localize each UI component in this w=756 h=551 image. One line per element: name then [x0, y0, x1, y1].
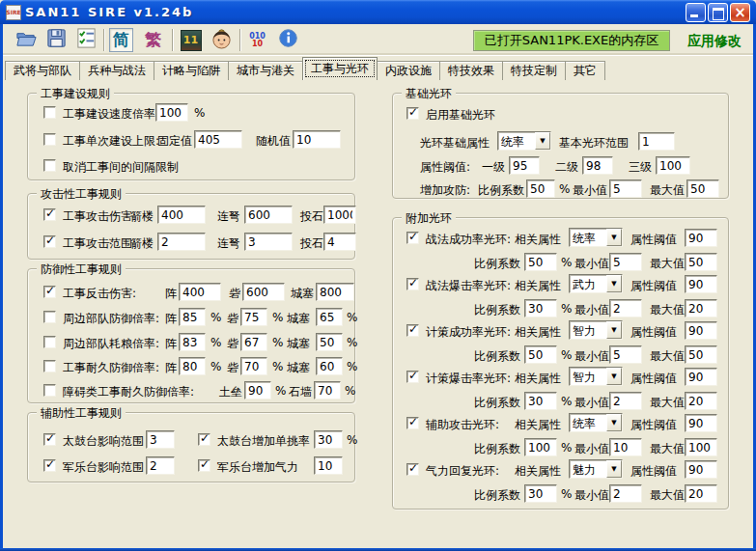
base-ratio-input[interactable]	[526, 179, 555, 198]
tier3-input[interactable]	[656, 156, 690, 175]
citadel-defense-input[interactable]	[316, 308, 343, 326]
aura-checkbox[interactable]	[406, 417, 419, 429]
tab-schemes-traps[interactable]: 计略与陷阱	[154, 61, 229, 80]
aura-checkbox[interactable]	[406, 463, 419, 476]
tier1-input[interactable]	[509, 156, 540, 175]
aura-ratio-input[interactable]	[524, 438, 557, 456]
tab-others[interactable]: 其它	[566, 61, 605, 80]
aura-attr-dropdown[interactable]: 智力	[569, 320, 623, 340]
base-max-input[interactable]	[686, 179, 719, 198]
tab-officers-troops[interactable]: 武将与部队	[5, 61, 80, 80]
camp-durability-input[interactable]	[179, 357, 206, 375]
fort-food-input[interactable]	[240, 333, 267, 351]
stone-wall-input[interactable]	[314, 381, 341, 399]
obstacle-durability-checkbox[interactable]	[43, 384, 56, 397]
aura-attr-dropdown[interactable]: 魅力	[569, 459, 623, 479]
tab-skill-effects[interactable]: 特技效果	[440, 61, 503, 80]
maximize-button[interactable]	[708, 3, 728, 22]
close-button[interactable]	[730, 3, 750, 22]
attack-range-checkbox[interactable]	[43, 235, 56, 248]
camp-counter-input[interactable]	[179, 283, 221, 301]
base-min-input[interactable]	[609, 179, 642, 198]
apply-changes-button[interactable]: 应用修改	[687, 33, 742, 50]
aura-checkbox[interactable]	[406, 232, 419, 244]
about-button[interactable]	[276, 28, 300, 52]
simplified-chinese-button[interactable]: 简	[109, 28, 133, 52]
aura-ratio-input[interactable]	[524, 253, 557, 271]
arrow-tower-damage-input[interactable]	[157, 206, 206, 224]
catapult-damage-input[interactable]	[323, 206, 356, 224]
fort-counter-input[interactable]	[242, 283, 285, 301]
base-range-input[interactable]	[638, 132, 675, 151]
catapult-range-input[interactable]	[323, 233, 356, 251]
drum-duel-input[interactable]	[314, 430, 343, 449]
fort-durability-input[interactable]	[240, 357, 267, 375]
aura-checkbox[interactable]	[406, 371, 419, 383]
aura-ratio-input[interactable]	[524, 299, 557, 317]
counter-damage-checkbox[interactable]	[43, 286, 56, 298]
band-range-input[interactable]	[146, 456, 175, 475]
aura-threshold-input[interactable]	[685, 460, 717, 479]
construction-speed-input[interactable]	[155, 103, 188, 122]
aura-min-input[interactable]	[609, 345, 642, 364]
options-button[interactable]	[74, 28, 98, 52]
citadel-food-input[interactable]	[316, 333, 343, 351]
tab-structures-auras[interactable]: 工事与光环	[302, 57, 378, 80]
durability-defense-checkbox[interactable]	[43, 360, 56, 372]
aura-min-input[interactable]	[609, 438, 642, 456]
aura-min-input[interactable]	[609, 484, 642, 503]
aura-attr-dropdown[interactable]: 统率	[569, 413, 623, 432]
traditional-chinese-button[interactable]: 繁	[141, 28, 165, 52]
aura-threshold-input[interactable]	[685, 414, 717, 432]
enable-base-aura-checkbox[interactable]	[406, 107, 419, 120]
cancel-spacing-checkbox[interactable]	[43, 159, 56, 172]
construction-speed-checkbox[interactable]	[43, 106, 56, 119]
save-button[interactable]	[44, 28, 69, 52]
crossbow-range-input[interactable]	[244, 233, 293, 251]
camp-food-input[interactable]	[179, 333, 206, 351]
character-button[interactable]	[210, 28, 234, 52]
aura-attr-dropdown[interactable]: 武力	[569, 274, 623, 293]
band-will-checkbox[interactable]	[198, 459, 210, 472]
fort-defense-input[interactable]	[240, 308, 267, 326]
random-value-input[interactable]	[293, 130, 341, 149]
aura-max-input[interactable]	[685, 392, 717, 410]
binary-edit-button[interactable]: 01010	[245, 28, 269, 52]
aura-threshold-input[interactable]	[685, 275, 717, 293]
aura-max-input[interactable]	[685, 438, 717, 456]
minimize-button[interactable]	[686, 3, 706, 22]
tier2-input[interactable]	[582, 156, 613, 175]
aura-threshold-input[interactable]	[685, 321, 717, 340]
band-range-checkbox[interactable]	[43, 459, 56, 472]
citadel-durability-input[interactable]	[316, 357, 343, 375]
tab-domestic-facilities[interactable]: 内政设施	[378, 61, 440, 80]
tab-cities-ports[interactable]: 城市与港关	[229, 61, 303, 80]
aura-threshold-input[interactable]	[685, 368, 717, 386]
aura-min-input[interactable]	[609, 299, 642, 317]
drum-duel-checkbox[interactable]	[198, 433, 210, 446]
nearby-defense-checkbox[interactable]	[43, 311, 56, 323]
aura-checkbox[interactable]	[406, 324, 419, 337]
build-limit-checkbox[interactable]	[43, 133, 56, 146]
tab-skill-custom[interactable]: 特技定制	[503, 61, 566, 80]
band-will-input[interactable]	[314, 456, 343, 475]
game-button[interactable]: 11	[179, 28, 203, 52]
aura-min-input[interactable]	[609, 253, 642, 271]
aura-threshold-input[interactable]	[685, 229, 717, 247]
crossbow-damage-input[interactable]	[244, 206, 293, 224]
aura-min-input[interactable]	[609, 392, 642, 410]
aura-ratio-input[interactable]	[524, 484, 557, 503]
citadel-counter-input[interactable]	[316, 283, 354, 301]
fixed-value-input[interactable]	[194, 130, 242, 149]
aura-max-input[interactable]	[685, 484, 717, 503]
drum-range-input[interactable]	[146, 430, 175, 449]
aura-max-input[interactable]	[685, 253, 717, 271]
base-attr-dropdown[interactable]: 统率	[497, 131, 551, 151]
aura-attr-dropdown[interactable]: 智力	[569, 367, 623, 386]
aura-ratio-input[interactable]	[524, 392, 557, 410]
aura-max-input[interactable]	[685, 299, 717, 317]
open-file-button[interactable]	[14, 28, 39, 52]
attack-damage-checkbox[interactable]	[43, 208, 56, 221]
arrow-tower-range-input[interactable]	[157, 233, 206, 251]
earthwork-input[interactable]	[244, 381, 271, 399]
